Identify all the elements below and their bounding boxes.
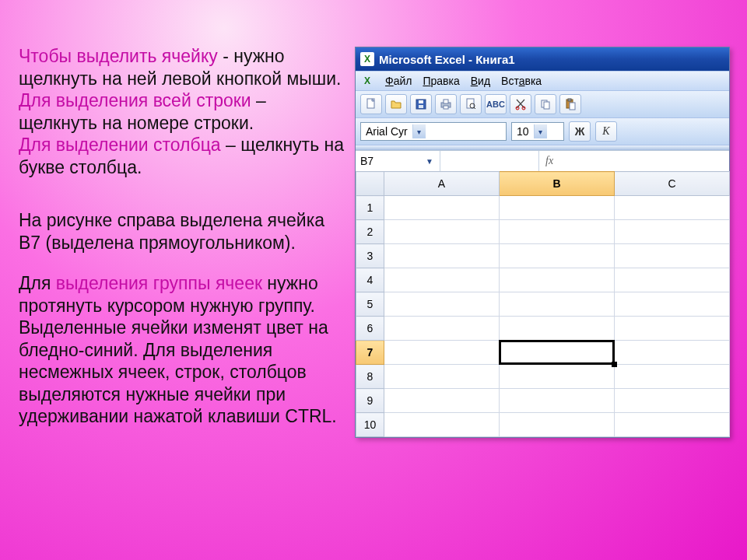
- cell-C3[interactable]: [615, 244, 730, 268]
- cell-A9[interactable]: [384, 389, 500, 413]
- row-header-3[interactable]: 3: [356, 244, 384, 268]
- cell-C8[interactable]: [615, 365, 730, 389]
- print-icon: [440, 98, 452, 110]
- row-header-6[interactable]: 6: [356, 317, 384, 341]
- dropdown-icon[interactable]: [412, 124, 426, 138]
- font-name-value: Arial Cyr: [366, 125, 408, 138]
- cell-A6[interactable]: [384, 317, 500, 341]
- new-icon: [365, 98, 377, 110]
- cell-C1[interactable]: [615, 196, 730, 220]
- svg-rect-2: [419, 100, 423, 103]
- row-header-1[interactable]: 1: [356, 196, 384, 220]
- cell-A3[interactable]: [384, 244, 500, 268]
- spellcheck-button[interactable]: ABC: [485, 94, 507, 114]
- dropdown-icon[interactable]: [534, 124, 547, 138]
- open-button[interactable]: [385, 94, 407, 114]
- window-title: Microsoft Excel - Книга1: [379, 53, 515, 66]
- cell-C7[interactable]: [615, 341, 730, 365]
- cell-C2[interactable]: [615, 220, 730, 244]
- cut-icon: [514, 98, 527, 110]
- menu-edit[interactable]: Правка: [423, 75, 459, 87]
- fx-label[interactable]: fx: [538, 151, 559, 171]
- row-header-4[interactable]: 4: [356, 268, 384, 292]
- title-bar[interactable]: X Microsoft Excel - Книга1: [356, 47, 729, 71]
- highlight-row: Для выделения всей строки: [19, 90, 251, 110]
- cell-A2[interactable]: [384, 220, 500, 244]
- instruction-text: Чтобы выделить ячейку - нужно щелкнуть н…: [19, 45, 349, 446]
- highlight-column: Для выделении столбца: [19, 135, 221, 155]
- cell-B8[interactable]: [500, 365, 615, 389]
- dropdown-icon[interactable]: ▼: [426, 157, 435, 166]
- cell-B1[interactable]: [500, 196, 615, 220]
- name-box[interactable]: B7 ▼: [356, 151, 440, 171]
- menu-view[interactable]: Вид: [471, 75, 490, 87]
- font-size-value: 10: [517, 125, 529, 138]
- svg-rect-5: [444, 100, 448, 103]
- paste-button[interactable]: [559, 94, 581, 114]
- bold-button[interactable]: Ж: [569, 121, 591, 142]
- print-preview-button[interactable]: [460, 94, 482, 114]
- highlight-cell: Чтобы выделить ячейку: [19, 46, 218, 66]
- open-icon: [390, 98, 402, 110]
- copy-icon: [539, 98, 552, 110]
- cell-C5[interactable]: [615, 292, 730, 317]
- row-header-7[interactable]: 7: [356, 341, 384, 365]
- svg-line-9: [474, 107, 475, 109]
- menu-bar[interactable]: X Файл Правка Вид Вставка: [356, 71, 729, 90]
- row-header-8[interactable]: 8: [356, 365, 384, 389]
- col-header-b[interactable]: B: [500, 172, 615, 196]
- cell-B7[interactable]: [500, 341, 615, 365]
- svg-rect-15: [568, 99, 571, 101]
- save-button[interactable]: [410, 94, 432, 114]
- cell-A5[interactable]: [384, 292, 500, 317]
- italic-button[interactable]: К: [595, 121, 617, 142]
- cut-button[interactable]: [510, 94, 531, 114]
- new-button[interactable]: [360, 94, 382, 114]
- cell-A4[interactable]: [384, 268, 500, 292]
- svg-rect-16: [570, 103, 575, 110]
- col-header-a[interactable]: A: [384, 172, 500, 196]
- font-size-combo[interactable]: 10: [511, 122, 564, 141]
- svg-rect-3: [419, 105, 423, 108]
- save-icon: [415, 98, 427, 110]
- menu-file[interactable]: Файл: [385, 75, 412, 87]
- row-header-9[interactable]: 9: [356, 389, 384, 413]
- cell-B5[interactable]: [500, 292, 615, 317]
- font-name-combo[interactable]: Arial Cyr: [360, 122, 507, 141]
- spreadsheet-grid: A B C 12345678910: [356, 171, 730, 437]
- formula-bar: B7 ▼ fx: [356, 150, 729, 171]
- cell-C4[interactable]: [615, 268, 730, 292]
- cell-B4[interactable]: [500, 268, 615, 292]
- standard-toolbar: ABC: [356, 90, 729, 117]
- cell-B9[interactable]: [500, 389, 615, 413]
- svg-rect-13: [544, 102, 549, 109]
- col-header-c[interactable]: C: [615, 172, 730, 196]
- cell-A8[interactable]: [384, 365, 500, 389]
- toolbar-grip: [356, 145, 729, 150]
- cell-B2[interactable]: [500, 220, 615, 244]
- workbook-icon: X: [360, 75, 374, 87]
- cell-B3[interactable]: [500, 244, 615, 268]
- cell-B6[interactable]: [500, 317, 615, 341]
- print-button[interactable]: [435, 94, 457, 114]
- excel-window: X Microsoft Excel - Книга1 X Файл Правка…: [355, 47, 730, 438]
- excel-app-icon: X: [360, 52, 374, 66]
- cell-A10[interactable]: [384, 413, 500, 437]
- cell-B10[interactable]: [500, 413, 615, 437]
- select-all-corner[interactable]: [356, 172, 384, 196]
- preview-icon: [465, 98, 477, 110]
- formatting-toolbar: Arial Cyr 10 Ж К: [356, 117, 729, 145]
- cell-C9[interactable]: [615, 389, 730, 413]
- paste-icon: [564, 98, 577, 110]
- highlight-group: выделения группы ячеек: [56, 273, 262, 293]
- row-header-10[interactable]: 10: [356, 413, 384, 437]
- menu-insert[interactable]: Вставка: [501, 75, 542, 87]
- copy-button[interactable]: [535, 94, 556, 114]
- cell-A1[interactable]: [384, 196, 500, 220]
- row-header-5[interactable]: 5: [356, 292, 384, 317]
- name-box-value: B7: [360, 155, 374, 167]
- row-header-2[interactable]: 2: [356, 220, 384, 244]
- cell-C10[interactable]: [615, 413, 730, 437]
- cell-C6[interactable]: [615, 317, 730, 341]
- cell-A7[interactable]: [384, 341, 500, 365]
